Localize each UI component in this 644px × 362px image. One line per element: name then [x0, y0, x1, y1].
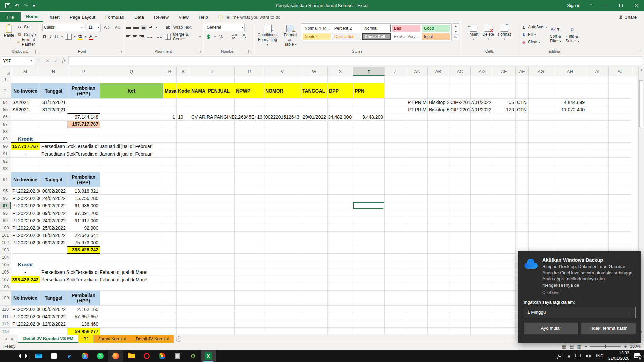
cell-AI84[interactable]	[586, 99, 609, 106]
cell-AJ91[interactable]	[609, 150, 631, 158]
cell-N112[interactable]: 12/02/2022	[40, 320, 67, 328]
row-header-97[interactable]: 97	[0, 202, 11, 209]
cell-U94[interactable]	[235, 172, 264, 187]
column-header-V[interactable]: V	[264, 67, 301, 76]
column-header-Q[interactable]: Q	[100, 67, 163, 76]
language-indicator[interactable]: IND	[596, 353, 603, 358]
cell-Q95[interactable]	[100, 187, 163, 195]
cell-R1[interactable]	[163, 76, 177, 83]
orientation-icon[interactable]: ⬏	[148, 25, 153, 30]
cell-V111[interactable]	[264, 313, 301, 320]
cell-N101[interactable]: 18/02/2022	[40, 232, 67, 239]
cell-X91[interactable]	[328, 150, 353, 158]
cell-M97[interactable]: PI.2022.02.00057	[11, 202, 40, 209]
cell-M86[interactable]	[11, 113, 40, 121]
tab-page-layout[interactable]: Page Layout	[65, 12, 100, 22]
cell-Z113[interactable]	[385, 328, 406, 335]
cell-AG2[interactable]	[529, 83, 553, 99]
cell-W91[interactable]	[301, 150, 328, 158]
row-header-84[interactable]: 84	[0, 99, 11, 106]
cell-P110[interactable]: 2.162.160	[67, 306, 100, 313]
sheet-prev-icon[interactable]: ◀	[5, 337, 7, 341]
cell-AB110[interactable]	[428, 306, 449, 313]
cell-AJ93[interactable]	[609, 165, 631, 172]
cell-AH85[interactable]: 11.072.400	[553, 106, 586, 113]
cell-R87[interactable]	[163, 121, 177, 128]
cancel-icon[interactable]: ✕	[46, 58, 49, 63]
cell-R85[interactable]	[163, 106, 177, 113]
cell-AH101[interactable]	[553, 232, 586, 239]
cell-Y86[interactable]: 3.448.200	[353, 113, 385, 121]
cell-AJ84[interactable]	[609, 99, 631, 106]
cell-U98[interactable]	[235, 209, 264, 217]
cell-U90[interactable]	[235, 143, 264, 150]
cell-T107[interactable]	[190, 276, 235, 283]
cell-U91[interactable]	[235, 150, 264, 158]
cell-N95[interactable]: 08/02/2022	[40, 187, 67, 195]
column-header-AI[interactable]: AI	[586, 67, 609, 76]
number-dialog-launcher[interactable]	[248, 50, 252, 53]
zoom-level[interactable]: 100%	[630, 344, 641, 349]
cell-AI86[interactable]	[586, 113, 609, 121]
cell-Z84[interactable]	[385, 99, 406, 106]
cell-AA107[interactable]	[406, 276, 428, 283]
cell-Z89[interactable]	[385, 135, 406, 143]
tab-data[interactable]: Data	[129, 12, 149, 22]
cell-Q1[interactable]	[100, 76, 163, 83]
cell-S89[interactable]	[177, 135, 190, 143]
cell-AB96[interactable]	[428, 195, 449, 202]
cell-V96[interactable]	[264, 195, 301, 202]
cell-AF102[interactable]	[516, 239, 529, 246]
cell-AB86[interactable]	[428, 113, 449, 121]
cell-Z102[interactable]	[385, 239, 406, 246]
cell-P104[interactable]	[67, 254, 100, 261]
cell-N97[interactable]: 05/02/2022	[40, 202, 67, 209]
fill-color-icon[interactable]: ⧉	[78, 34, 83, 40]
cell-AD99[interactable]	[471, 217, 493, 224]
cell-AA93[interactable]	[406, 165, 428, 172]
cell-P109[interactable]: Pembelian (HPP)	[67, 291, 100, 306]
cell-AD111[interactable]	[471, 313, 493, 320]
edge-taskbar-icon[interactable]: e	[62, 350, 77, 362]
cell-AE113[interactable]	[493, 328, 516, 335]
cell-AA105[interactable]	[406, 261, 428, 268]
cell-Z98[interactable]	[385, 209, 406, 217]
cell-AI102[interactable]	[586, 239, 609, 246]
cell-AD110[interactable]	[471, 306, 493, 313]
cell-X100[interactable]	[328, 224, 353, 232]
cell-AC99[interactable]	[449, 217, 471, 224]
cell-AD107[interactable]	[471, 276, 493, 283]
cell-AC106[interactable]	[449, 268, 471, 276]
cell-AF86[interactable]	[516, 113, 529, 121]
cell-S87[interactable]	[177, 121, 190, 128]
cell-N113[interactable]	[40, 328, 67, 335]
delete-cells-button[interactable]: ✕ Delete▾	[480, 23, 496, 42]
cell-W106[interactable]	[301, 268, 328, 276]
cell-AI98[interactable]	[586, 209, 609, 217]
cell-AG95[interactable]	[529, 187, 553, 195]
cell-P96[interactable]: 15.756.280	[67, 195, 100, 202]
cell-AD112[interactable]	[471, 320, 493, 328]
increase-indent-icon[interactable]: →≡	[155, 35, 162, 39]
start-button[interactable]	[0, 350, 15, 362]
conditional-formatting-button[interactable]: ≠ ConditionalFormatting ▾	[255, 23, 280, 48]
cell-AH88[interactable]	[553, 128, 586, 135]
tab-home[interactable]: Home	[21, 12, 44, 22]
cell-AE1[interactable]	[493, 76, 516, 83]
cell-M1[interactable]	[11, 76, 40, 83]
cell-X102[interactable]	[328, 239, 353, 246]
cell-M107[interactable]: 398.428.242	[11, 276, 40, 283]
cell-S88[interactable]	[177, 128, 190, 135]
cell-R107[interactable]	[163, 276, 177, 283]
cell-W110[interactable]	[301, 306, 328, 313]
cell-T91[interactable]	[190, 150, 235, 158]
cell-S103[interactable]	[177, 246, 190, 254]
cell-style-bad[interactable]: Bad	[392, 25, 421, 32]
cell-Z100[interactable]	[385, 224, 406, 232]
cell-AE111[interactable]	[493, 313, 516, 320]
cell-M102[interactable]: PI.2022.02.00010	[11, 239, 40, 246]
cell-X110[interactable]	[328, 306, 353, 313]
cell-AG92[interactable]	[529, 158, 553, 165]
cell-AB87[interactable]	[428, 121, 449, 128]
cell-AD106[interactable]	[471, 268, 493, 276]
